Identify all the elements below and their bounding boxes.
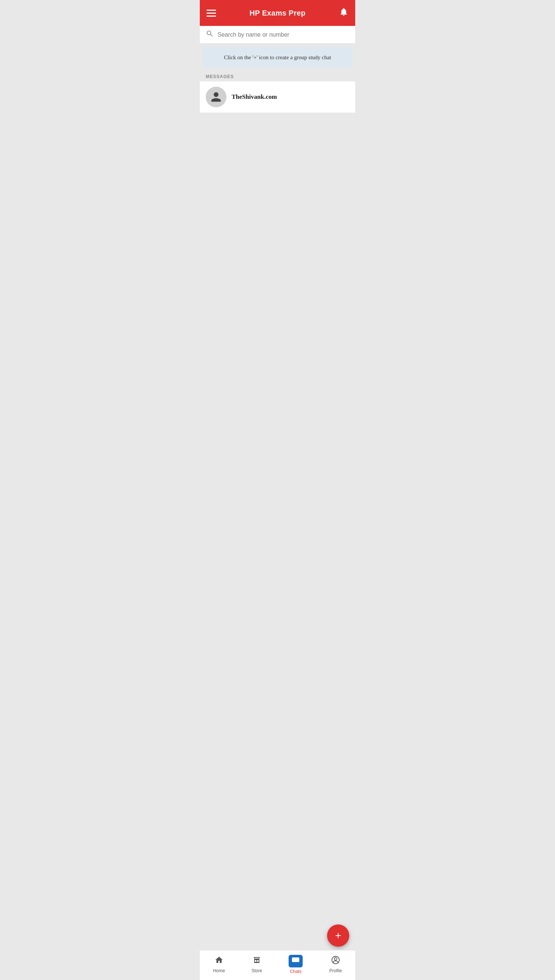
- avatar: [206, 87, 226, 107]
- home-icon: [215, 956, 223, 967]
- app-header: HP Exams Prep: [200, 0, 355, 26]
- svg-point-4: [334, 958, 337, 961]
- nav-label-store: Store: [252, 968, 262, 974]
- chat-item[interactable]: TheShivank.com: [200, 82, 355, 113]
- search-bar: [200, 26, 355, 44]
- bottom-navigation: Home Store Chats Profile: [200, 950, 355, 980]
- store-icon: [252, 956, 261, 967]
- notification-bell-icon[interactable]: [339, 7, 348, 19]
- menu-icon[interactable]: [207, 10, 216, 17]
- create-group-banner: Click on the '+' icon to create a group …: [203, 47, 352, 67]
- svg-rect-0: [292, 958, 299, 962]
- search-input[interactable]: [218, 32, 349, 38]
- nav-label-profile: Profile: [329, 968, 342, 974]
- content-area: [200, 113, 355, 954]
- app-title: HP Exams Prep: [249, 9, 305, 18]
- profile-icon: [331, 956, 340, 967]
- chats-icon: [289, 955, 303, 967]
- plus-icon: +: [335, 930, 341, 941]
- create-chat-fab-button[interactable]: +: [327, 924, 349, 947]
- chat-name: TheShivank.com: [232, 93, 277, 101]
- search-icon: [206, 30, 214, 40]
- nav-item-store[interactable]: Store: [246, 954, 268, 975]
- messages-section-label: MESSAGES: [200, 71, 355, 82]
- nav-item-profile[interactable]: Profile: [323, 954, 348, 975]
- nav-label-home: Home: [213, 968, 225, 974]
- nav-item-chats[interactable]: Chats: [283, 953, 309, 975]
- banner-text: Click on the '+' icon to create a group …: [224, 55, 331, 60]
- chat-list: TheShivank.com: [200, 82, 355, 113]
- nav-label-chats: Chats: [290, 969, 302, 974]
- nav-item-home[interactable]: Home: [207, 954, 231, 975]
